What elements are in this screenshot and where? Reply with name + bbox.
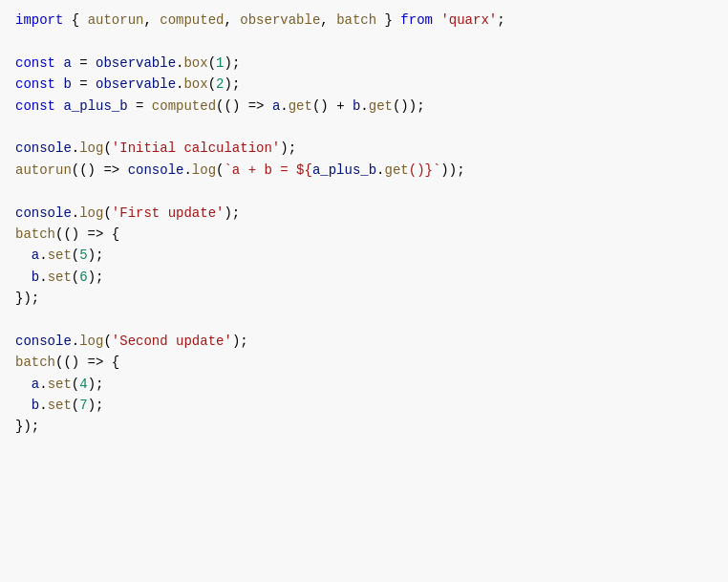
- code-line: b.set(7);: [15, 395, 713, 416]
- code-token-default: .: [39, 248, 47, 263]
- code-token-default: );: [280, 140, 296, 156]
- code-token-number: 1: [216, 55, 224, 71]
- code-line: console.log('Second update');: [15, 331, 713, 352]
- code-token-default: );: [88, 377, 104, 392]
- code-token-kw-import: import: [15, 12, 63, 28]
- code-token-default: );: [225, 55, 241, 71]
- code-token-default: );: [224, 205, 240, 221]
- code-token-fn-name: batch: [15, 355, 55, 370]
- code-token-default: (() =>: [216, 98, 272, 114]
- code-token-method: get: [385, 162, 409, 178]
- code-token-default: .: [183, 162, 191, 178]
- code-token-fn-name: batch: [15, 226, 55, 242]
- code-token-default: ));: [440, 162, 464, 178]
- code-token-default: (() =>: [72, 162, 128, 178]
- code-token-default: {: [63, 12, 87, 28]
- code-token-fn-name: computed: [152, 98, 216, 114]
- code-token-default: .: [39, 377, 47, 392]
- code-token-method: set: [48, 269, 72, 285]
- code-token-default: ;: [497, 12, 504, 28]
- code-token-kw-from: from: [400, 12, 433, 28]
- code-block: import { autorun, computed, observable, …: [15, 10, 713, 438]
- code-token-var-name: a: [32, 248, 39, 263]
- code-token-string: 'Initial calculation': [112, 140, 280, 156]
- code-token-number: 2: [216, 76, 224, 92]
- code-token-default: [15, 269, 32, 285]
- code-token-default: (: [72, 269, 79, 285]
- code-line: const b = observable.box(2);: [15, 74, 713, 95]
- code-token-method: get: [289, 98, 312, 114]
- code-token-string: 'quarx': [440, 12, 497, 28]
- code-token-method: log: [79, 205, 103, 221]
- code-token-var-name: observable: [96, 55, 176, 71]
- code-token-method: log: [79, 334, 103, 349]
- code-line: batch(() => {: [15, 224, 713, 245]
- code-line: console.log('Initial calculation');: [15, 138, 713, 159]
- code-token-var-name: a: [63, 55, 71, 71]
- code-token-default: (: [103, 334, 111, 349]
- code-token-default: );: [88, 269, 104, 285]
- blank-line: [15, 31, 713, 52]
- code-token-default: =: [72, 76, 96, 92]
- code-token-default: [15, 377, 32, 392]
- code-token-default: =: [72, 55, 96, 71]
- code-token-default: (: [103, 140, 111, 156]
- code-line: console.log('First update');: [15, 203, 713, 224]
- code-token-default: });: [15, 291, 39, 306]
- code-token-default: ,: [320, 12, 336, 28]
- code-token-method: set: [48, 248, 72, 263]
- code-token-string: 'First update': [112, 205, 225, 221]
- code-token-fn-name: observable: [240, 12, 320, 28]
- code-token-var-name: a_plus_b: [63, 98, 127, 114]
- code-token-default: [15, 248, 32, 263]
- code-line: });: [15, 288, 713, 309]
- code-token-method: log: [192, 162, 216, 178]
- code-token-default: (() => {: [55, 355, 119, 370]
- code-token-method: set: [48, 398, 72, 413]
- code-token-default: (: [208, 55, 216, 71]
- code-token-var-name: console: [15, 205, 72, 221]
- code-line: batch(() => {: [15, 352, 713, 373]
- blank-line: [15, 181, 713, 202]
- code-token-method: box: [183, 76, 207, 92]
- code-token-var-name: b: [63, 76, 71, 92]
- blank-line: [15, 117, 713, 138]
- code-token-default: (: [208, 76, 216, 92]
- code-token-kw-const: const: [15, 55, 55, 71]
- code-token-fn-name: computed: [160, 12, 224, 28]
- code-token-default: (: [72, 398, 79, 413]
- code-token-default: .: [280, 98, 288, 114]
- code-token-number: 4: [79, 377, 87, 392]
- code-token-method: set: [48, 377, 72, 392]
- code-editor: import { autorun, computed, observable, …: [0, 0, 728, 582]
- code-token-number: 6: [79, 269, 87, 285]
- code-token-default: .: [72, 140, 79, 156]
- code-token-default: }: [376, 12, 400, 28]
- code-token-default: });: [15, 419, 39, 434]
- code-token-fn-name: autorun: [88, 12, 144, 28]
- blank-line: [15, 309, 713, 330]
- code-token-var-name: console: [15, 334, 72, 349]
- code-line: });: [15, 416, 713, 437]
- code-token-var-name: console: [128, 162, 184, 178]
- code-token-kw-const: const: [15, 76, 55, 92]
- code-token-default: () +: [312, 98, 353, 114]
- code-line: const a = observable.box(1);: [15, 53, 713, 74]
- code-token-default: =: [128, 98, 152, 114]
- code-line: const a_plus_b = computed(() => a.get() …: [15, 96, 713, 117]
- code-token-default: );: [232, 334, 248, 349]
- code-token-default: .: [72, 205, 79, 221]
- code-token-default: .: [39, 269, 47, 285]
- code-token-default: );: [225, 76, 241, 92]
- code-token-var-name: b: [32, 269, 39, 285]
- code-token-template-str: ()}`: [409, 162, 441, 178]
- code-token-var-name: observable: [96, 76, 176, 92]
- code-token-string: 'Second update': [112, 334, 232, 349]
- code-token-default: (: [103, 205, 111, 221]
- code-token-default: ,: [143, 12, 160, 28]
- code-token-default: (: [72, 377, 79, 392]
- code-token-default: .: [360, 98, 368, 114]
- code-token-default: (() => {: [55, 226, 119, 242]
- code-token-default: [15, 398, 32, 413]
- code-token-var-name: a: [32, 377, 39, 392]
